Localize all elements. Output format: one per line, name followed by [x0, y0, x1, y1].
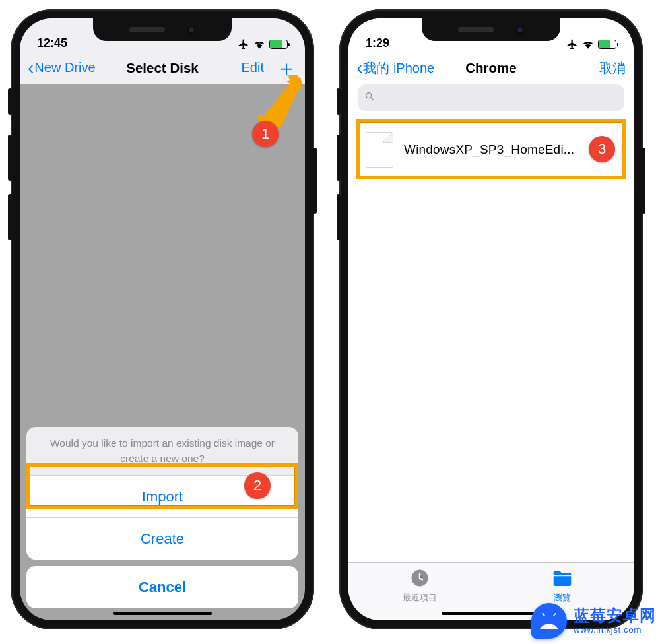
edit-button[interactable]: Edit	[242, 60, 264, 75]
phone-right: 1:29 ‹ 我的 iPhone Chrome	[339, 9, 643, 629]
tab-recents-label: 最近項目	[403, 593, 437, 604]
file-name: WindowsXP_SP3_HomeEdi...	[404, 143, 574, 157]
wifi-icon	[582, 40, 594, 49]
home-indicator[interactable]	[113, 612, 212, 615]
phone-left: 12:45 ‹ New Drive Select Disk	[11, 9, 314, 629]
watermark-logo-icon	[531, 603, 567, 639]
airplane-mode-icon	[566, 38, 578, 50]
folder-icon	[552, 568, 573, 590]
battery-icon	[598, 40, 616, 49]
wifi-icon	[253, 40, 265, 49]
annotation-badge-3: 3	[589, 136, 615, 162]
create-button[interactable]: Create	[26, 517, 298, 560]
cancel-label: Cancel	[139, 579, 186, 596]
battery-icon	[269, 40, 288, 49]
arrow-icon	[259, 75, 302, 125]
action-sheet: Would you like to import an existing dis…	[26, 427, 298, 608]
chevron-left-icon: ‹	[28, 59, 34, 77]
cancel-button[interactable]: 取消	[599, 59, 626, 77]
create-label: Create	[141, 531, 184, 548]
svg-marker-5	[260, 82, 298, 124]
notch	[93, 18, 232, 41]
tab-browse-label: 瀏覽	[554, 593, 571, 604]
chevron-left-icon: ‹	[356, 59, 362, 77]
status-time: 1:29	[366, 36, 389, 50]
screen-right: 1:29 ‹ 我的 iPhone Chrome	[348, 18, 634, 620]
action-sheet-message: Would you like to import an existing dis…	[26, 427, 298, 475]
watermark: 蓝莓安卓网 www.lmkjst.com	[531, 603, 656, 639]
cancel-button[interactable]: Cancel	[26, 566, 298, 608]
annotation-badge-1: 1	[252, 121, 279, 147]
file-icon	[366, 132, 393, 168]
import-label: Import	[142, 488, 183, 505]
clock-icon	[410, 568, 430, 590]
search-icon	[364, 91, 376, 105]
annotation-badge-2: 2	[244, 472, 271, 499]
screen-left: 12:45 ‹ New Drive Select Disk	[20, 18, 305, 620]
airplane-mode-icon	[238, 38, 249, 50]
file-row[interactable]: WindowsXP_SP3_HomeEdi...	[358, 123, 624, 177]
nav-bar: ‹ 我的 iPhone Chrome 取消	[348, 51, 634, 84]
search-bar[interactable]	[358, 84, 624, 111]
status-time: 12:45	[37, 36, 67, 50]
back-label: 我的 iPhone	[363, 59, 434, 77]
svg-point-7	[544, 622, 547, 625]
watermark-title: 蓝莓安卓网	[574, 606, 656, 625]
back-button[interactable]: ‹ New Drive	[28, 59, 96, 77]
search-input[interactable]	[380, 90, 618, 106]
svg-point-8	[552, 622, 554, 625]
watermark-url: www.lmkjst.com	[574, 625, 656, 635]
back-label: New Drive	[34, 60, 95, 75]
notch	[422, 18, 560, 41]
home-indicator[interactable]	[442, 612, 541, 615]
back-button[interactable]: ‹ 我的 iPhone	[356, 59, 434, 77]
